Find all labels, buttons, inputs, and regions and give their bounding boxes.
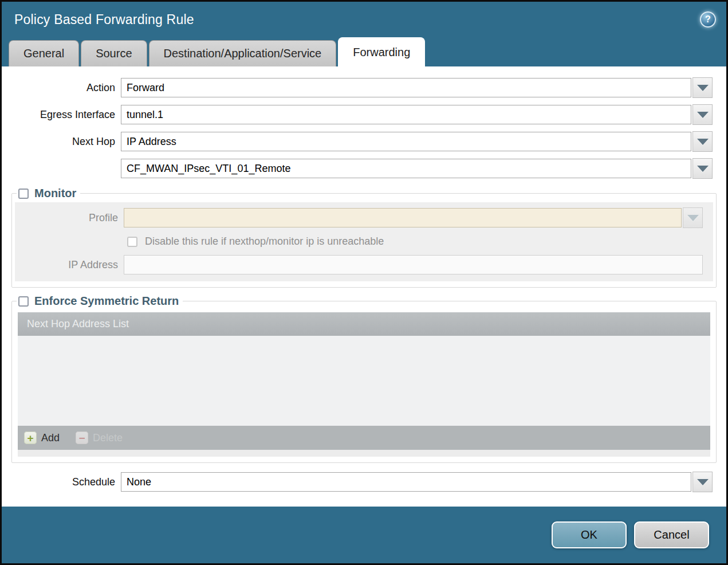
egress-interface-dropdown-button[interactable] bbox=[692, 104, 713, 125]
action-select[interactable]: Forward bbox=[121, 78, 691, 97]
help-icon[interactable]: ? bbox=[700, 11, 716, 28]
profile-select bbox=[124, 208, 682, 227]
enforce-symmetric-return-legend: Enforce Symmetric Return bbox=[17, 295, 183, 308]
delete-button-label: Delete bbox=[93, 432, 123, 444]
table-toolbar: + Add − Delete bbox=[18, 426, 710, 450]
table-body-empty[interactable] bbox=[18, 336, 710, 426]
delete-button: − Delete bbox=[76, 431, 123, 444]
enforce-symmetric-return-label: Enforce Symmetric Return bbox=[34, 295, 179, 308]
tab-source[interactable]: Source bbox=[81, 40, 147, 66]
profile-row: Profile bbox=[15, 208, 710, 228]
dialog-footer: OK Cancel bbox=[2, 507, 726, 563]
next-hop-row: Next Hop IP Address bbox=[9, 132, 719, 152]
action-label: Action bbox=[9, 82, 121, 94]
disable-rule-checkbox bbox=[127, 237, 137, 247]
monitor-ip-address-input bbox=[124, 255, 703, 274]
dialog-title: Policy Based Forwarding Rule bbox=[14, 12, 194, 28]
chevron-down-icon bbox=[687, 215, 699, 221]
monitor-checkbox[interactable] bbox=[18, 189, 29, 199]
next-hop-type-select[interactable]: IP Address bbox=[121, 132, 691, 151]
title-bar: Policy Based Forwarding Rule ? bbox=[2, 2, 726, 37]
monitor-legend: Monitor bbox=[17, 187, 80, 200]
chevron-down-icon bbox=[697, 139, 709, 145]
action-dropdown-button[interactable] bbox=[692, 77, 713, 98]
monitor-ip-address-label: IP Address bbox=[15, 259, 124, 271]
monitor-ip-address-row: IP Address bbox=[15, 255, 710, 274]
next-hop-address-row: CF_MWAN_IPsec_VTI_01_Remote bbox=[9, 159, 719, 179]
enforce-symmetric-return-checkbox[interactable] bbox=[18, 296, 29, 307]
table-bottom-strip bbox=[18, 450, 710, 457]
plus-icon: + bbox=[24, 431, 37, 444]
policy-based-forwarding-dialog: Policy Based Forwarding Rule ? General S… bbox=[0, 0, 728, 565]
chevron-down-icon bbox=[697, 479, 709, 485]
monitor-label: Monitor bbox=[34, 187, 76, 200]
ok-button[interactable]: OK bbox=[552, 521, 627, 548]
add-button-label: Add bbox=[41, 432, 60, 444]
chevron-down-icon bbox=[697, 112, 709, 118]
monitor-fieldset: Monitor Profile Disable this rule if nex… bbox=[11, 187, 717, 288]
table-header-label: Next Hop Address List bbox=[27, 318, 129, 330]
tab-destination-application-service[interactable]: Destination/Application/Service bbox=[149, 40, 337, 66]
egress-interface-select[interactable]: tunnel.1 bbox=[121, 105, 691, 124]
next-hop-label: Next Hop bbox=[9, 136, 121, 148]
schedule-row: Schedule None bbox=[9, 472, 719, 492]
next-hop-address-list-table: Next Hop Address List + Add − Delete bbox=[18, 312, 710, 457]
chevron-down-icon bbox=[697, 166, 709, 172]
egress-interface-label: Egress Interface bbox=[9, 109, 121, 121]
profile-dropdown-button bbox=[683, 207, 703, 228]
next-hop-dropdown-button[interactable] bbox=[692, 131, 713, 152]
tab-general[interactable]: General bbox=[9, 40, 79, 66]
chevron-down-icon bbox=[697, 85, 709, 91]
add-button[interactable]: + Add bbox=[24, 431, 60, 444]
minus-icon: − bbox=[76, 431, 88, 444]
next-hop-address-select[interactable]: CF_MWAN_IPsec_VTI_01_Remote bbox=[121, 159, 691, 178]
disable-rule-label: Disable this rule if nexthop/monitor ip … bbox=[145, 236, 384, 248]
cancel-button[interactable]: Cancel bbox=[634, 521, 709, 548]
monitor-panel: Profile Disable this rule if nexthop/mon… bbox=[15, 202, 713, 281]
action-row: Action Forward bbox=[9, 78, 719, 98]
disable-rule-row: Disable this rule if nexthop/monitor ip … bbox=[127, 236, 710, 248]
egress-interface-row: Egress Interface tunnel.1 bbox=[9, 105, 719, 125]
profile-label: Profile bbox=[15, 212, 124, 224]
tab-bar: General Source Destination/Application/S… bbox=[2, 37, 726, 66]
enforce-symmetric-return-fieldset: Enforce Symmetric Return Next Hop Addres… bbox=[11, 295, 717, 463]
forwarding-tab-panel: Action Forward Egress Interface tunnel.1… bbox=[2, 66, 726, 507]
tab-forwarding[interactable]: Forwarding bbox=[338, 37, 425, 66]
next-hop-address-dropdown-button[interactable] bbox=[692, 158, 713, 179]
schedule-label: Schedule bbox=[9, 476, 121, 488]
table-header: Next Hop Address List bbox=[18, 312, 710, 336]
schedule-dropdown-button[interactable] bbox=[692, 472, 713, 492]
schedule-select[interactable]: None bbox=[121, 472, 691, 492]
